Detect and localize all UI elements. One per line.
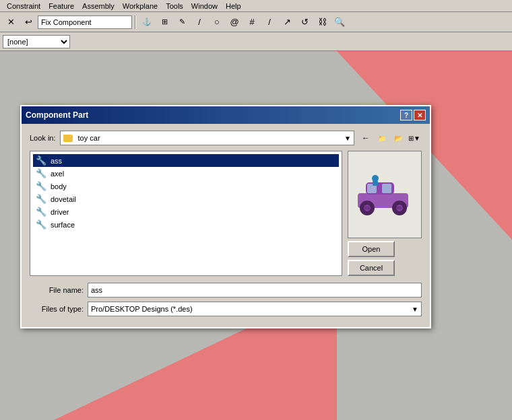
dialog-titlebar: Component Part ? ✕ [22,106,430,124]
undo-icon[interactable]: ↩ [20,15,36,30]
svg-rect-13 [396,207,402,209]
svg-rect-4 [382,184,391,193]
svg-rect-12 [364,207,370,209]
lookin-label: Look in: [30,134,56,142]
slash-icon[interactable]: / [191,15,207,30]
dialog-title: Component Part [26,110,400,120]
filetype-label: Files of type: [30,305,84,313]
folder-up-icon[interactable]: 📁 [375,131,389,145]
link-icon[interactable]: ⛓ [314,15,330,30]
none-combo[interactable]: [none] [3,35,70,48]
file-item-axel[interactable]: 🔧 axel [33,167,339,180]
filename-label: File name: [30,286,84,294]
canvas-area: Component Part ? ✕ Look in: toy car ▼ ← … [0,51,512,420]
filetype-row: Files of type: Pro/DESKTOP Designs (*.de… [30,302,422,316]
file-list[interactable]: 🔧 ass 🔧 axel 🔧 body 🔧 dovetail [30,151,342,276]
open-button[interactable]: Open [348,241,395,257]
view-icon[interactable]: ⊞▼ [407,131,422,145]
dialog-close-button[interactable]: ✕ [414,110,426,120]
pencil-icon[interactable]: ✎ [174,15,190,30]
folder-icon [63,135,73,142]
file-item-surface[interactable]: 🔧 surface [33,218,339,231]
grid-icon[interactable]: ⊞ [156,15,172,30]
file-item-ass[interactable]: 🔧 ass [33,154,339,167]
dialog-help-button[interactable]: ? [400,110,412,120]
file-item-body[interactable]: 🔧 body [33,180,339,193]
cancel-button[interactable]: Cancel [348,260,395,276]
dialog-content: Look in: toy car ▼ ← 📁 📂 ⊞▼ [22,124,430,327]
file-item-dovetail[interactable]: 🔧 dovetail [33,193,339,205]
back-icon[interactable]: ← [358,131,373,145]
lookin-row: Look in: toy car ▼ ← 📁 📂 ⊞▼ [30,131,422,145]
part-icon-dovetail: 🔧 [36,194,46,204]
search-icon[interactable]: 🔍 [331,15,348,30]
part-icon-body: 🔧 [36,181,46,191]
toolbar-2: [none] [0,32,512,51]
menu-feature[interactable]: Feature [44,2,78,10]
lookin-combo-arrow: ▼ [344,135,351,142]
lookin-value: toy car [78,134,100,142]
menu-constraint[interactable]: Constraint [3,2,44,10]
new-folder-icon[interactable]: 📂 [391,131,406,145]
dialog-title-buttons: ? ✕ [400,110,426,120]
lookin-combo[interactable]: toy car ▼ [60,131,354,145]
car-preview-svg [351,161,418,228]
menu-workplane[interactable]: Workplane [119,2,162,10]
filetype-value: Pro/DESKTOP Designs (*.des) [91,305,193,313]
at-icon[interactable]: @ [226,15,243,30]
menu-tools[interactable]: Tools [162,2,187,10]
filetype-combo[interactable]: Pro/DESKTOP Designs (*.des) ▼ [88,302,422,316]
circle-icon[interactable]: ○ [209,15,225,30]
file-name-driver: driver [51,208,69,216]
menu-assembly[interactable]: Assembly [78,2,119,10]
file-name-body: body [51,182,67,190]
file-name-ass: ass [51,157,62,165]
file-item-driver[interactable]: 🔧 driver [33,205,339,218]
part-icon-surface: 🔧 [36,219,46,230]
lookin-toolbar: ← 📁 📂 ⊞▼ [358,131,422,145]
close-icon[interactable]: ✕ [3,15,19,30]
part-icon-driver: 🔧 [36,207,46,217]
component-part-dialog: Component Part ? ✕ Look in: toy car ▼ ← … [20,105,431,328]
menu-help[interactable]: Help [222,2,245,10]
toolbar-sep-1 [135,15,136,29]
toolbar-1: ✕ ↩ ⚓ ⊞ ✎ / ○ @ # / ↗ ↺ ⛓ 🔍 [0,12,512,32]
hash-icon[interactable]: # [244,15,260,30]
file-name-dovetail: dovetail [51,195,76,203]
anchor-icon[interactable]: ⚓ [139,15,155,30]
part-icon-ass: 🔧 [36,155,46,166]
dialog-buttons: Open Cancel [348,241,422,276]
right-panel: Open Cancel [348,151,422,276]
preview-area [348,151,422,238]
menu-bar: Constraint Feature Assembly Workplane To… [0,0,512,12]
part-icon-axel: 🔧 [36,168,46,178]
filetype-combo-arrow: ▼ [412,306,418,313]
svg-rect-11 [373,180,378,186]
files-area: 🔧 ass 🔧 axel 🔧 body 🔧 dovetail [30,151,422,276]
file-name-axel: axel [51,170,64,178]
file-name-surface: surface [51,221,75,229]
curve-icon[interactable]: ↺ [296,15,313,30]
menu-window[interactable]: Window [187,2,222,10]
filename-input[interactable] [88,283,422,298]
arrow-icon[interactable]: ↗ [279,15,295,30]
slash2-icon[interactable]: / [261,15,278,30]
filename-row: File name: [30,283,422,298]
fix-component-input[interactable] [38,15,132,29]
